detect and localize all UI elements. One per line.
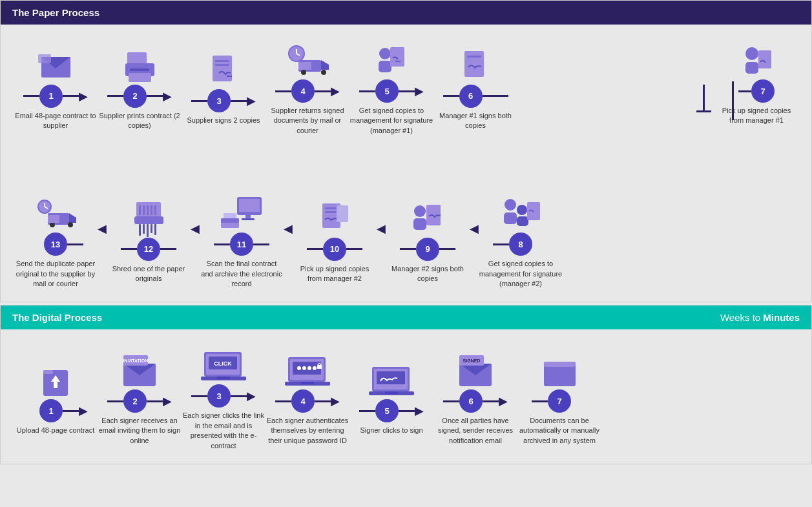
svg-rect-8 xyxy=(215,60,229,62)
circle-4: 4 xyxy=(291,79,315,103)
svg-rect-18 xyxy=(298,62,311,70)
svg-rect-55 xyxy=(224,213,236,218)
digital-label-5: Signer clicks to sign xyxy=(349,426,433,435)
svg-point-25 xyxy=(745,47,758,60)
digital-label-7: Documents can be automatically or manual… xyxy=(517,416,601,446)
svg-rect-42 xyxy=(134,216,163,224)
paper-step-7: 7 Pick up signed copies from manager #1 xyxy=(714,34,798,126)
paper-header: The Paper Process xyxy=(1,1,811,25)
svg-point-86 xyxy=(307,366,311,370)
svg-point-33 xyxy=(50,222,55,227)
svg-point-17 xyxy=(321,70,326,75)
people-sign-icon xyxy=(372,44,411,79)
digital-title: The Digital Process xyxy=(12,312,102,323)
circle-5: 5 xyxy=(375,79,399,103)
weeks-to-minutes: Weeks to Minutes xyxy=(720,312,800,323)
svg-rect-35 xyxy=(48,215,59,223)
digital-step-3: CLICK 3 ▶ Each signer clicks the link in… xyxy=(182,339,265,451)
digital-header: The Digital Process Weeks to Minutes xyxy=(1,305,811,329)
people-sign2-icon xyxy=(408,202,447,238)
svg-rect-51 xyxy=(242,218,255,220)
svg-rect-46 xyxy=(151,224,152,233)
svg-rect-39 xyxy=(147,205,149,215)
svg-point-63 xyxy=(505,199,516,211)
paper-step-13: 13 Send the duplicate paper original to … xyxy=(14,187,98,289)
digital-step-5: 5 ▶ Signer clicks to sign xyxy=(349,354,433,435)
digital-label-6: Once all parties have signed, sender rec… xyxy=(433,416,517,446)
svg-rect-7 xyxy=(213,56,232,81)
svg-rect-90 xyxy=(301,382,314,384)
svg-rect-54 xyxy=(221,222,239,223)
svg-point-65 xyxy=(517,205,527,215)
scanner-icon xyxy=(221,197,263,233)
svg-rect-37 xyxy=(139,205,141,215)
circle-9: 9 xyxy=(416,238,439,261)
svg-rect-23 xyxy=(464,51,484,77)
sign-icon xyxy=(369,364,414,399)
dig-circle-1: 1 xyxy=(39,399,63,422)
svg-rect-102 xyxy=(544,362,576,367)
upload-icon xyxy=(38,364,74,399)
svg-text:SIGNED: SIGNED xyxy=(463,358,481,363)
person-doc-icon xyxy=(739,44,775,79)
paper-step-2: 2 ▶ Supplier prints contract (2 copies) xyxy=(98,39,182,131)
svg-rect-2 xyxy=(38,54,51,63)
svg-rect-59 xyxy=(337,205,348,222)
email-invite-icon: INVITATION xyxy=(120,354,159,389)
paper-label-2: Supplier prints contract (2 copies) xyxy=(98,111,182,131)
svg-rect-44 xyxy=(143,224,145,234)
dig-circle-4: 4 xyxy=(291,389,315,413)
circle-1: 1 xyxy=(39,85,63,108)
svg-rect-27 xyxy=(758,50,771,68)
paper-label-11: Scan the final contract and archive the … xyxy=(200,259,284,289)
digital-label-3: Each signer clicks the link in the email… xyxy=(182,411,265,451)
password-icon xyxy=(285,354,330,389)
paper-label-13: Send the duplicate paper original to the… xyxy=(14,259,98,289)
svg-rect-5 xyxy=(130,68,149,71)
paper-step-1: 1 ▶ Email 48-page contract to supplier xyxy=(14,39,98,131)
paper-step-11: 11 Scan the final contract and archive t… xyxy=(200,187,284,289)
circle-12: 12 xyxy=(137,238,160,261)
svg-rect-26 xyxy=(745,62,758,74)
minutes-label: Minutes xyxy=(763,312,800,323)
svg-rect-64 xyxy=(504,212,517,224)
digital-step-1: 1 ▶ Upload 48-page contract xyxy=(14,354,98,435)
digital-step-2: INVITATION 2 ▶ Each signer receives an e… xyxy=(98,344,182,446)
svg-rect-57 xyxy=(325,207,338,209)
svg-rect-61 xyxy=(413,218,426,230)
svg-rect-24 xyxy=(467,56,481,57)
sign-doc3-icon xyxy=(317,202,353,238)
paper-label-3: Supplier signs 2 copies xyxy=(182,116,265,125)
people-sign3-icon xyxy=(500,197,542,233)
printer-icon xyxy=(122,49,158,85)
paper-label-10: Pick up signed copies from manager #2 xyxy=(293,264,377,284)
sign-doc2-icon xyxy=(458,49,494,85)
svg-rect-9 xyxy=(215,64,229,66)
paper-step-12: 12 Shred one of the paper originals xyxy=(107,192,191,284)
svg-point-87 xyxy=(313,366,317,370)
paper-label-9: Manager #2 signs both copies xyxy=(386,264,470,284)
envelope-icon xyxy=(38,49,74,85)
digital-label-1: Upload 48-page contract xyxy=(14,426,98,435)
svg-point-16 xyxy=(301,70,306,75)
svg-rect-40 xyxy=(151,205,152,215)
circle-2: 2 xyxy=(123,85,147,108)
svg-rect-93 xyxy=(377,371,405,384)
svg-marker-32 xyxy=(69,213,76,223)
paper-step-5: 5 ▶ Get signed copies to management for … xyxy=(349,34,433,136)
paper-section: The Paper Process xyxy=(0,0,812,302)
circle-3: 3 xyxy=(207,89,231,112)
svg-rect-80 xyxy=(217,377,230,379)
digital-section: The Digital Process Weeks to Minutes xyxy=(0,305,812,464)
paper-label-12: Shred one of the paper originals xyxy=(107,264,191,284)
svg-rect-6 xyxy=(129,73,151,82)
digital-label-2: Each signer receives an email inviting t… xyxy=(98,416,182,446)
digital-body: 1 ▶ Upload 48-page contract INVITATION xyxy=(1,329,811,464)
digital-label-4: Each signer authenticates themselves by … xyxy=(265,416,349,446)
svg-rect-66 xyxy=(517,216,528,226)
svg-point-84 xyxy=(297,366,301,370)
paper-label-8: Get signed copies to management for sign… xyxy=(479,259,563,289)
circle-10: 10 xyxy=(323,238,346,261)
circle-7: 7 xyxy=(751,79,775,103)
archive-icon xyxy=(542,354,578,389)
